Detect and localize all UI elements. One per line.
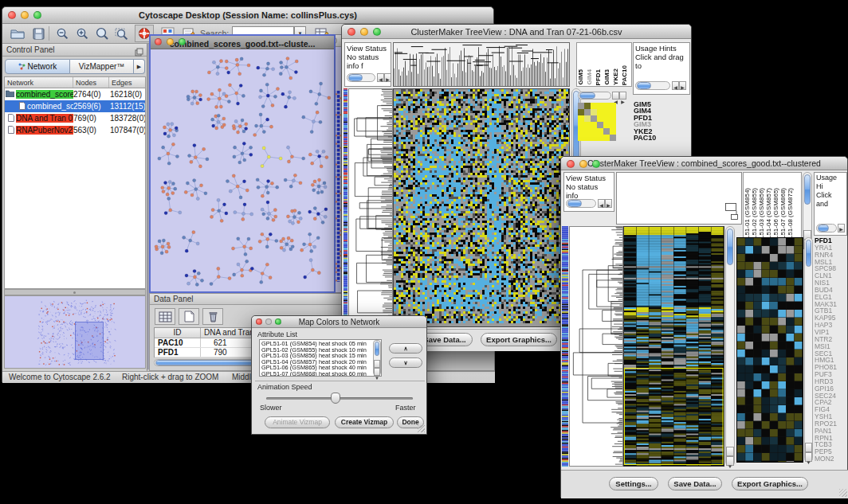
save-data-button[interactable]: Save Data... — [668, 477, 722, 490]
network-window-1-titlebar[interactable]: combined_scores_good.txt--cluste... — [151, 36, 334, 49]
panel-splitter[interactable] — [4, 289, 146, 295]
animate-vizmap-button[interactable]: Animate Vizmap — [265, 416, 330, 428]
view-status-scrollbar[interactable] — [566, 199, 596, 208]
close-icon[interactable] — [347, 28, 355, 36]
export-graphics-button[interactable]: Export Graphics... — [732, 477, 808, 490]
tab-network[interactable]: Network — [5, 59, 70, 74]
window-controls[interactable] — [8, 11, 41, 19]
zoom-window-icon[interactable] — [275, 318, 281, 325]
close-icon[interactable] — [567, 160, 575, 168]
settings-button[interactable]: Settings... — [609, 477, 658, 490]
scroll-right-icon[interactable] — [605, 199, 612, 208]
treeview-dna-titlebar[interactable]: ClusterMaker TreeView : DNA and Tran 07-… — [342, 25, 691, 39]
heatmap-canvas[interactable] — [624, 227, 724, 466]
attribute-table-icon[interactable] — [155, 308, 175, 325]
scroll-left-icon[interactable] — [598, 199, 605, 208]
zoom-window-icon[interactable] — [373, 28, 381, 36]
speed-slider-thumb[interactable] — [331, 393, 340, 404]
column-dendrogram-panel[interactable] — [393, 42, 570, 87]
move-up-button[interactable]: ∧ — [389, 343, 422, 354]
col-network[interactable]: Network — [5, 77, 73, 88]
network-overview-canvas[interactable] — [5, 296, 145, 368]
scroll-right-icon[interactable] — [679, 81, 686, 90]
zoom-out-icon[interactable] — [53, 25, 71, 41]
scroll-left-icon[interactable] — [377, 73, 384, 82]
network-overview-panel[interactable] — [4, 295, 146, 369]
minimize-icon[interactable] — [167, 38, 174, 45]
usage-hints-scrollbar[interactable] — [816, 224, 837, 232]
scroll-left-icon[interactable] — [672, 81, 679, 90]
id-column-header[interactable]: ID — [155, 328, 201, 338]
scroll-down-icon[interactable] — [805, 452, 812, 462]
array-column-label[interactable]: GIM4 — [587, 69, 593, 85]
close-icon[interactable] — [8, 11, 16, 19]
row-dendrogram-panel[interactable] — [348, 88, 393, 327]
zoomed-heatmap-canvas[interactable] — [737, 238, 803, 462]
attribute-list-scrollbar[interactable] — [373, 340, 381, 376]
gene-label[interactable]: MON2 — [815, 455, 848, 463]
gene-label-list[interactable]: PFD1YRA1RNR4MSL1SPC98CLN1NIS1BUD4ELG1MAK… — [815, 237, 848, 463]
scroll-left-icon[interactable] — [612, 92, 619, 100]
global-overview-strip[interactable] — [344, 88, 347, 327]
resize-grip[interactable] — [418, 425, 425, 432]
tab-overflow-arrow[interactable]: ▶ — [134, 59, 145, 74]
move-down-button[interactable]: ∨ — [389, 357, 422, 368]
row-dendrogram-panel[interactable] — [569, 226, 623, 467]
zoom-selected-icon[interactable] — [113, 25, 131, 41]
array-column-label[interactable]: GIM5 — [578, 69, 584, 85]
zoom-fit-icon[interactable] — [93, 25, 111, 41]
scroll-up-icon[interactable] — [374, 360, 380, 368]
close-icon[interactable] — [155, 38, 162, 45]
save-icon[interactable] — [29, 25, 47, 41]
network-table-row[interactable]: combined_sco2569(6)13112(15) — [5, 100, 145, 112]
minimize-icon[interactable] — [360, 28, 368, 36]
dialog-titlebar[interactable]: Map Colors to Network — [252, 316, 426, 328]
scroll-right-icon[interactable] — [384, 73, 391, 82]
gene-label-list[interactable]: GIM5GIM4PFD1GIM3YKE2PAC10 — [634, 101, 681, 141]
minimize-icon[interactable] — [579, 160, 587, 168]
zoom-window-icon[interactable] — [33, 11, 41, 19]
network-table-row[interactable]: combined_scores2764(0)16218(0) — [5, 88, 145, 100]
column-dendrogram-canvas[interactable] — [617, 173, 741, 224]
attribute-list-item[interactable]: GPL51-07 (GSM868) heat shock 60 min — [261, 371, 379, 377]
zoom-in-icon[interactable] — [73, 25, 91, 41]
export-graphics-button[interactable]: Export Graphics... — [481, 333, 557, 346]
attribute-listbox[interactable]: GPL51-01 (GSM854) heat shock 05 minGPL51… — [259, 339, 382, 377]
array-column-label[interactable]: PAC10 — [622, 65, 628, 85]
float-panel-icon[interactable] — [135, 45, 143, 60]
view-status-scrollbar[interactable] — [347, 73, 375, 82]
heatmap-panel[interactable] — [393, 88, 570, 327]
col-edges[interactable]: Edges — [109, 77, 145, 88]
array-column-label[interactable]: YKE2 — [613, 68, 619, 85]
scroll-up-icon[interactable] — [805, 443, 812, 452]
scroll-down-icon[interactable] — [726, 456, 734, 466]
heatmap-vscrollbar[interactable] — [725, 226, 735, 467]
scroll-up-icon[interactable] — [726, 447, 734, 456]
network-table-row[interactable]: DNA and Tran 07769(0)183728(0) — [5, 112, 145, 124]
minimize-icon[interactable] — [265, 318, 272, 325]
delete-attribute-icon[interactable] — [202, 308, 223, 325]
heatmap-panel[interactable] — [623, 226, 724, 467]
resize-grip[interactable] — [839, 489, 847, 497]
zoom-window-icon[interactable] — [592, 160, 600, 168]
zoom-window-icon[interactable] — [179, 38, 186, 45]
network-view-canvas[interactable] — [151, 49, 334, 291]
close-icon[interactable] — [256, 318, 262, 325]
minimize-icon[interactable] — [21, 11, 29, 19]
similarity-matrix[interactable] — [578, 103, 616, 141]
create-vizmap-button[interactable]: Create Vizmap — [335, 416, 394, 428]
gene-label[interactable]: PAC10 — [634, 135, 681, 141]
array-column-label[interactable]: GIM3 — [604, 69, 610, 85]
scroll-down-icon[interactable] — [374, 368, 380, 376]
new-attribute-icon[interactable] — [179, 308, 199, 325]
scroll-right-icon[interactable] — [619, 92, 626, 100]
row-dendrogram-canvas[interactable] — [349, 89, 392, 326]
col-nodes[interactable]: Nodes — [73, 77, 109, 88]
column-dendrogram-canvas[interactable] — [394, 43, 569, 86]
matrix-hscrollbar[interactable] — [578, 92, 611, 100]
open-folder-icon[interactable] — [9, 25, 26, 41]
main-title-bar[interactable]: Cytoscape Desktop (Session Name: collins… — [2, 7, 493, 24]
treeview-combined-titlebar[interactable]: ClusterMaker TreeView : combined_scores_… — [561, 157, 847, 170]
zoomed-heatmap-scrollbar[interactable] — [804, 237, 813, 463]
row-dendrogram-canvas[interactable] — [570, 227, 622, 466]
